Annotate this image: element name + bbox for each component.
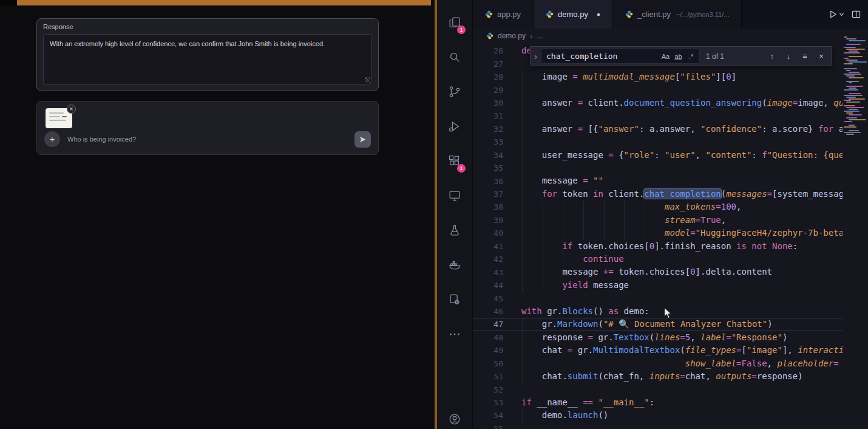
modified-dot-icon[interactable]: ● xyxy=(597,11,600,18)
whole-word-button[interactable]: ab xyxy=(672,50,685,63)
code-line-47[interactable]: 47 gr.Markdown("# 🔍 Document Analyzer Ch… xyxy=(473,318,843,331)
breadcrumb-file[interactable]: demo.py xyxy=(498,32,526,40)
attachment-thumbnail[interactable]: × xyxy=(46,108,72,128)
code-line-53[interactable]: 53if __name__ == "__main__": xyxy=(473,396,843,409)
search-icon[interactable] xyxy=(437,39,472,74)
chat-input-placeholder[interactable]: Who is being invoiced? xyxy=(67,136,354,143)
thumbnail-mark xyxy=(62,116,67,117)
response-textarea[interactable]: With an extremely high level of confiden… xyxy=(43,34,372,84)
code-line-54[interactable]: 54 demo.launch() xyxy=(473,409,843,422)
gear-file-icon[interactable] xyxy=(437,282,472,317)
python-icon xyxy=(625,10,633,18)
line-content: message += token.choices[0].delta.conten… xyxy=(521,266,772,278)
response-label: Response xyxy=(43,23,73,30)
previous-match-button[interactable]: ↑ xyxy=(765,50,779,63)
code-line-52[interactable]: 52 xyxy=(473,383,843,396)
more-actions-icon[interactable] xyxy=(437,317,472,351)
next-match-button[interactable]: ↓ xyxy=(782,50,795,63)
tab-demo-py[interactable]: demo.py ● xyxy=(534,0,613,29)
find-query-text: chat_completion xyxy=(546,52,659,61)
split-editor-button[interactable] xyxy=(852,10,861,19)
line-number: 29 xyxy=(473,86,503,95)
line-number: 46 xyxy=(473,307,503,316)
response-text: With an extremely high level of confiden… xyxy=(50,40,325,47)
attachment-close-button[interactable]: × xyxy=(67,105,76,114)
resize-handle-icon[interactable] xyxy=(365,77,370,83)
line-number: 50 xyxy=(473,359,503,368)
account-icon[interactable] xyxy=(437,402,472,429)
run-python-file-button[interactable] xyxy=(829,10,844,19)
code-line-50[interactable]: 50 show_label=False, placeholder= xyxy=(473,357,843,370)
regex-button[interactable]: .* xyxy=(685,50,697,63)
code-line-44[interactable]: 44 yield message xyxy=(473,279,843,292)
explorer-badge: 1 xyxy=(457,26,466,34)
line-content: gr.Markdown("# 🔍 Document Analyzer Chatb… xyxy=(521,318,773,331)
code-line-48[interactable]: 48 response = gr.Textbox(lines=5, label=… xyxy=(473,331,843,344)
explorer-icon[interactable]: 1 xyxy=(437,5,472,39)
code-line-51[interactable]: 51 chat.submit(chat_fn, inputs=chat, out… xyxy=(473,370,843,383)
code-line-29[interactable]: 29 xyxy=(473,83,843,96)
extensions-icon[interactable]: 1 xyxy=(437,143,472,178)
line-number: 39 xyxy=(473,216,503,225)
line-number: 45 xyxy=(473,294,503,303)
code-line-55[interactable]: 55 xyxy=(473,422,843,429)
code-line-34[interactable]: 34 user_message = {"role": "user", "cont… xyxy=(473,149,843,162)
titlebar xyxy=(17,0,431,5)
find-expand-toggle-icon[interactable]: › xyxy=(531,47,541,66)
line-number: 53 xyxy=(473,398,503,407)
find-input[interactable]: chat_completion Aa ab .* xyxy=(541,49,700,64)
line-number: 48 xyxy=(473,333,503,342)
line-content: response = gr.Textbox(lines=5, label="Re… xyxy=(521,331,787,344)
line-number: 26 xyxy=(473,46,503,55)
tab-label: _client.py xyxy=(637,10,671,19)
line-number: 38 xyxy=(473,202,503,211)
extensions-badge: 1 xyxy=(457,164,466,173)
code-line-32[interactable]: 32 answer = [{"answer": a.answer, "confi… xyxy=(473,123,843,136)
add-attachment-button[interactable]: + xyxy=(44,131,60,147)
code-line-39[interactable]: 39 stream=True, xyxy=(473,214,843,227)
line-content: with gr.Blocks() as demo: xyxy=(521,305,649,318)
line-number: 31 xyxy=(473,111,503,120)
code-line-31[interactable]: 31 xyxy=(473,109,843,122)
breadcrumb-symbol[interactable]: ... xyxy=(537,32,543,40)
code-line-38[interactable]: 38 max_tokens=100, xyxy=(473,201,843,213)
line-content: answer = client.document_question_answer… xyxy=(521,97,843,109)
vscode-window: 1 1 xyxy=(437,0,868,429)
minimap[interactable] xyxy=(843,29,868,429)
code-line-46[interactable]: 46with gr.Blocks() as demo: xyxy=(473,305,843,318)
breadcrumb[interactable]: demo.py › ... xyxy=(473,29,843,43)
code-line-43[interactable]: 43 message += token.choices[0].delta.con… xyxy=(473,266,843,278)
remote-explorer-icon[interactable] xyxy=(437,178,472,213)
line-content: image = multimodal_message["files"][0] xyxy=(521,70,736,83)
send-button[interactable] xyxy=(354,131,371,148)
code-line-42[interactable]: 42 continue xyxy=(473,253,843,266)
line-number: 35 xyxy=(473,163,503,173)
run-debug-icon[interactable] xyxy=(437,109,472,143)
match-case-button[interactable]: Aa xyxy=(659,50,672,63)
code-line-49[interactable]: 49 chat = gr.MultimodalTextbox(file_type… xyxy=(473,344,843,357)
line-content: if token.choices[0].finish_reason is not… xyxy=(521,240,798,253)
find-in-selection-button[interactable]: ≡ xyxy=(798,50,812,63)
code-lines[interactable]: 26de2728 image = multimodal_message["fil… xyxy=(473,44,843,429)
code-line-40[interactable]: 40 model="HuggingFaceH4/zephyr-7b-beta") xyxy=(473,227,843,239)
code-line-33[interactable]: 33 xyxy=(473,136,843,148)
response-panel: Response With an extremely high level of… xyxy=(36,18,379,91)
code-line-37[interactable]: 37 for token in client.chat_completion(m… xyxy=(473,188,843,201)
source-control-icon[interactable] xyxy=(437,74,472,109)
line-content: chat = gr.MultimodalTextbox(file_types=[… xyxy=(521,344,843,357)
code-line-45[interactable]: 45 xyxy=(473,292,843,304)
code-line-28[interactable]: 28 image = multimodal_message["files"][0… xyxy=(473,70,843,83)
line-number: 51 xyxy=(473,372,503,381)
line-content: max_tokens=100, xyxy=(521,201,741,213)
tab-app-py[interactable]: app.py xyxy=(473,0,534,29)
code-line-41[interactable]: 41 if token.choices[0].finish_reason is … xyxy=(473,240,843,253)
code-editor[interactable]: 26de2728 image = multimodal_message["fil… xyxy=(473,43,868,429)
code-line-30[interactable]: 30 answer = client.document_question_ans… xyxy=(473,97,843,109)
docker-icon[interactable] xyxy=(437,247,472,282)
code-line-35[interactable]: 35 xyxy=(473,162,843,174)
line-number: 52 xyxy=(473,385,503,394)
testing-flask-icon[interactable] xyxy=(437,213,472,247)
code-line-36[interactable]: 36 message = "" xyxy=(473,174,843,187)
tab-client-py[interactable]: _client.py ~/.../python3.11/... xyxy=(613,0,742,29)
close-find-button[interactable]: × xyxy=(815,50,828,63)
